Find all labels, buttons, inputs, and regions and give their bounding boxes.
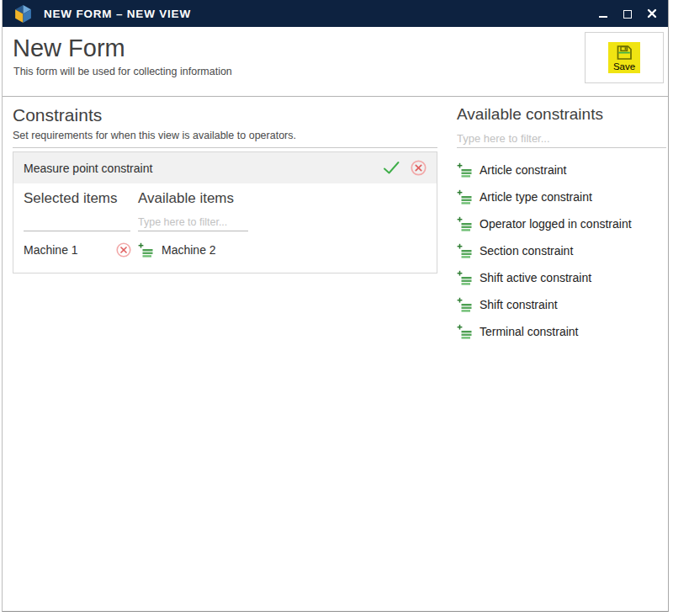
add-to-list-icon [457,243,472,258]
maximize-button[interactable] [622,8,633,19]
add-to-list-icon [457,270,472,285]
selected-items-heading: Selected items [24,190,138,207]
close-button[interactable] [646,8,658,19]
selected-item-row: Machine 1 [24,242,135,258]
constraint-label: Shift active constraint [480,271,591,284]
circled-x-icon [411,160,427,176]
add-to-list-icon [457,162,472,178]
maximize-icon [623,10,632,19]
available-constraint-item[interactable]: Article constraint [457,157,666,183]
titlebar: NEW FORM – NEW VIEW [3,0,668,27]
selected-items-filter-input[interactable] [24,214,130,231]
selected-items-column: Selected items Machine 1 [24,190,138,258]
app-window: NEW FORM – NEW VIEW New Form This form w… [2,0,669,612]
constraints-description: Set requirements for when this view is a… [13,130,437,148]
toolbar: Save [585,32,664,83]
constraint-panel-header: Measure point constraint [13,152,437,183]
available-items-column: Available items Machine 2 [138,190,427,258]
available-constraint-item[interactable]: Shift active constraint [457,264,666,291]
save-floppy-icon [616,45,633,61]
available-constraints-section: Available constraints Article constraint… [457,105,666,345]
available-items-filter-input[interactable] [138,214,248,231]
remove-constraint-button[interactable] [411,160,427,176]
available-item-row[interactable]: Machine 2 [138,242,427,258]
page-subtitle: This form will be used for collecting in… [13,66,232,77]
window-controls [597,8,658,19]
constraint-label: Section constraint [480,244,573,258]
available-constraint-item[interactable]: Section constraint [457,237,666,264]
available-constraints-heading: Available constraints [457,105,666,124]
constraints-heading: Constraints [13,105,437,125]
available-constraints-list: Article constraint Article type constrai… [457,157,666,345]
available-constraints-filter-input[interactable] [457,129,666,148]
save-button-label: Save [613,61,635,72]
available-items-heading: Available items [138,190,427,207]
constraint-label: Article type constraint [480,190,592,204]
add-to-list-icon [457,189,472,204]
constraint-panel-body: Selected items Machine 1 [13,183,437,273]
confirm-constraint-button[interactable] [383,161,400,175]
close-icon [647,8,657,19]
add-to-list-icon [457,324,472,339]
constraint-label: Shift constraint [480,298,558,311]
remove-item-button[interactable] [116,242,131,258]
check-icon [383,161,400,175]
page-header: New Form This form will be used for coll… [3,27,668,97]
add-to-list-icon [457,216,472,231]
available-constraint-item[interactable]: Terminal constraint [457,318,666,345]
available-constraint-item[interactable]: Operator logged in constraint [457,210,666,237]
page-title: New Form [13,35,125,62]
app-logo-cube-icon [13,3,34,24]
available-item-label: Machine 2 [162,243,216,257]
save-button[interactable]: Save [608,42,640,73]
circled-x-icon [116,242,131,258]
minimize-icon [599,16,607,18]
constraint-title: Measure point constraint [24,162,152,175]
add-to-list-icon [138,242,153,258]
add-to-list-icon [457,297,472,312]
constraint-label: Operator logged in constraint [480,217,632,231]
constraint-label: Article constraint [480,163,566,177]
constraints-section: Constraints Set requirements for when th… [13,105,437,273]
minimize-button[interactable] [597,8,609,19]
window-title: NEW FORM – NEW VIEW [44,8,191,20]
constraint-label: Terminal constraint [480,325,579,338]
selected-item-label: Machine 1 [24,243,78,257]
available-constraint-item[interactable]: Shift constraint [457,291,666,318]
available-constraint-item[interactable]: Article type constraint [457,183,666,210]
measure-point-constraint-panel: Measure point constraint [13,151,437,273]
